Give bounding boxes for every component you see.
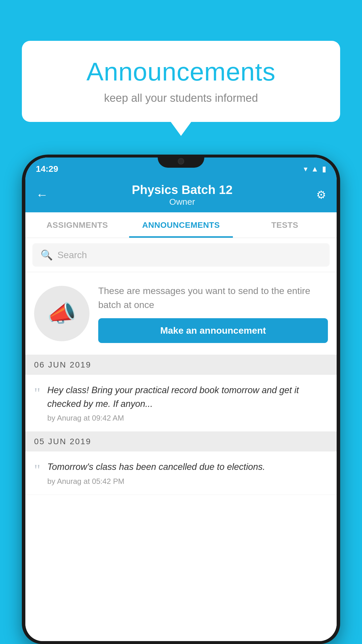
- quote-icon-2: ": [34, 460, 40, 478]
- search-bar-wrap: 🔍 Search: [25, 238, 337, 272]
- announcement-content-2: Tomorrow's class has been cancelled due …: [47, 460, 328, 486]
- megaphone-icon: 📣: [47, 300, 76, 327]
- quote-icon-1: ": [34, 384, 40, 401]
- phone-frame: 14:29 ▾ ▲ ▮ ← Physics Batch 12 Owner ⚙ A…: [22, 155, 340, 644]
- back-button[interactable]: ←: [36, 188, 48, 202]
- tab-assignments[interactable]: ASSIGNMENTS: [25, 212, 129, 238]
- announcement-meta-2: by Anurag at 05:42 PM: [47, 477, 328, 486]
- announcement-item-2[interactable]: " Tomorrow's class has been cancelled du…: [25, 452, 337, 495]
- phone-screen: 14:29 ▾ ▲ ▮ ← Physics Batch 12 Owner ⚙ A…: [25, 158, 337, 641]
- announcement-text-2: Tomorrow's class has been cancelled due …: [47, 460, 328, 474]
- content-area: 🔍 Search 📣 These are messages you want t…: [25, 238, 337, 641]
- signal-icon: ▲: [311, 164, 319, 174]
- app-bar-subtitle: Owner: [132, 197, 233, 207]
- status-icons: ▾ ▲ ▮: [304, 164, 326, 174]
- promo-icon-circle: 📣: [34, 286, 89, 341]
- battery-icon: ▮: [322, 164, 326, 174]
- promo-section: 📣 These are messages you want to send to…: [25, 272, 337, 355]
- front-camera: [178, 158, 184, 164]
- app-bar-center: Physics Batch 12 Owner: [132, 183, 233, 207]
- tab-announcements[interactable]: ANNOUNCEMENTS: [129, 212, 233, 238]
- announcement-meta-1: by Anurag at 09:42 AM: [47, 414, 328, 423]
- wifi-icon: ▾: [304, 164, 307, 174]
- bubble-subtitle: keep all your students informed: [39, 92, 323, 104]
- announcement-text-1: Hey class! Bring your practical record b…: [47, 384, 328, 411]
- speech-bubble-container: Announcements keep all your students inf…: [22, 41, 340, 122]
- speech-bubble: Announcements keep all your students inf…: [22, 41, 340, 122]
- announcement-content-1: Hey class! Bring your practical record b…: [47, 384, 328, 423]
- search-bar[interactable]: 🔍 Search: [32, 243, 330, 267]
- app-bar-title: Physics Batch 12: [132, 183, 233, 197]
- app-bar: ← Physics Batch 12 Owner ⚙: [25, 177, 337, 212]
- phone-notch: [158, 155, 204, 168]
- search-icon: 🔍: [41, 249, 53, 261]
- status-time: 14:29: [36, 164, 58, 174]
- bubble-title: Announcements: [39, 57, 323, 87]
- date-header-1: 06 JUN 2019: [25, 355, 337, 375]
- settings-icon[interactable]: ⚙: [316, 188, 326, 201]
- tab-tests[interactable]: TESTS: [233, 212, 337, 238]
- date-header-2: 05 JUN 2019: [25, 432, 337, 452]
- promo-right: These are messages you want to send to t…: [98, 284, 328, 343]
- promo-description: These are messages you want to send to t…: [98, 284, 328, 312]
- search-input[interactable]: Search: [57, 250, 87, 260]
- tabs-bar: ASSIGNMENTS ANNOUNCEMENTS TESTS: [25, 212, 337, 238]
- make-announcement-button[interactable]: Make an announcement: [98, 318, 328, 343]
- announcement-item-1[interactable]: " Hey class! Bring your practical record…: [25, 375, 337, 432]
